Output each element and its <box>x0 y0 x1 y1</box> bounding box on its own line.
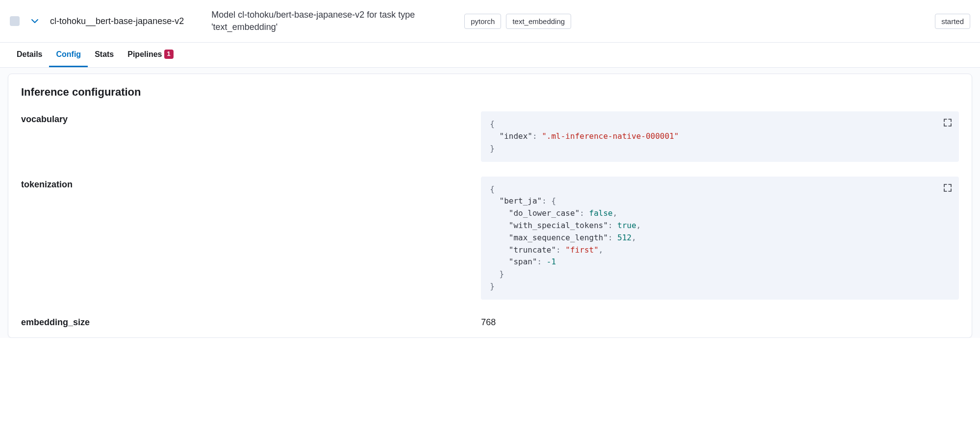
tab-label: Details <box>17 50 42 59</box>
model-id: cl-tohoku__bert-base-japanese-v2 <box>50 16 184 26</box>
tab-pipelines[interactable]: Pipelines 1 <box>121 43 180 67</box>
config-label: tokenization <box>21 177 471 190</box>
model-header: cl-tohoku__bert-base-japanese-v2 Model c… <box>0 0 980 43</box>
tab-label: Pipelines <box>127 50 162 59</box>
config-row-tokenization: tokenization { "bert_ja": { "do_lower_ca… <box>21 177 959 300</box>
tab-label: Config <box>56 50 81 59</box>
expand-toggle[interactable] <box>27 14 42 28</box>
tab-label: Stats <box>95 50 114 59</box>
status-badge: started <box>935 14 970 29</box>
fullscreen-icon <box>943 183 953 193</box>
embedding-size-value: 768 <box>481 314 959 328</box>
tab-config[interactable]: Config <box>49 43 88 67</box>
config-row-vocabulary: vocabulary { "index": ".ml-inference-nat… <box>21 111 959 161</box>
select-checkbox[interactable] <box>10 16 20 26</box>
config-row-embedding: embedding_size 768 <box>21 314 959 328</box>
fullscreen-icon <box>943 118 953 128</box>
chevron-down-icon <box>31 17 39 25</box>
tab-details[interactable]: Details <box>10 43 49 67</box>
pipelines-count-badge: 1 <box>164 50 174 59</box>
config-panel: Inference configuration vocabulary { "in… <box>8 74 972 338</box>
expand-button[interactable] <box>942 182 953 193</box>
model-description: Model cl-tohoku/bert-base-japanese-v2 fo… <box>211 9 456 33</box>
code-block-tokenization: { "bert_ja": { "do_lower_case": false, "… <box>481 177 959 300</box>
tab-stats[interactable]: Stats <box>88 43 121 67</box>
config-label: vocabulary <box>21 111 471 125</box>
tabs: Details Config Stats Pipelines 1 <box>0 43 980 68</box>
code-block-vocabulary: { "index": ".ml-inference-native-000001"… <box>481 111 959 161</box>
badge-task: text_embedding <box>506 14 571 29</box>
panel-title: Inference configuration <box>21 86 959 99</box>
tag-badges: pytorch text_embedding <box>464 14 571 29</box>
expand-button[interactable] <box>942 117 953 128</box>
config-label: embedding_size <box>21 314 471 328</box>
badge-framework: pytorch <box>464 14 501 29</box>
